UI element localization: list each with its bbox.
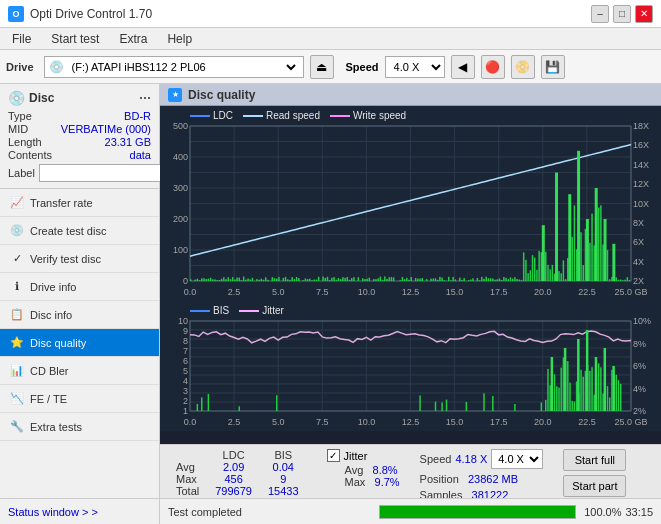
toolbar-btn-2[interactable]: 🔴	[481, 55, 505, 79]
max-ldc: 456	[207, 473, 260, 485]
menu-extra[interactable]: Extra	[111, 30, 155, 48]
disc-expand-icon[interactable]: ⋯	[139, 91, 151, 105]
nav-disc-info[interactable]: 📋 Disc info	[0, 301, 159, 329]
type-key: Type	[8, 110, 52, 122]
fe-te-icon: 📉	[10, 392, 24, 406]
nav-disc-info-label: Disc info	[30, 309, 72, 321]
jitter-section: ✓ Jitter Avg 8.8% Max 9.7%	[327, 449, 400, 488]
jitter-avg-label: Avg	[345, 464, 364, 476]
nav-disc-quality-label: Disc quality	[30, 337, 86, 349]
nav-transfer-rate[interactable]: 📈 Transfer rate	[0, 189, 159, 217]
jitter-checkbox[interactable]: ✓	[327, 449, 340, 462]
mid-val: VERBATIMe (000)	[56, 123, 151, 135]
charts-area: LDC Read speed Write speed	[160, 106, 661, 444]
chart-title: Disc quality	[188, 88, 255, 102]
drive-selector[interactable]: (F:) ATAPI iHBS112 2 PL06	[68, 60, 299, 74]
extra-tests-icon: 🔧	[10, 420, 24, 434]
legend-ldc: LDC	[190, 110, 233, 121]
ldc-bis-table: LDC BIS Avg 2.09 0.04 Max 456 9	[168, 449, 307, 497]
toolbar-btn-3[interactable]: 📀	[511, 55, 535, 79]
toolbar-btn-4[interactable]: 💾	[541, 55, 565, 79]
speed-position-section: Speed 4.18 X 4.0 X Position 23862 MB Sam…	[420, 449, 544, 501]
nav-disc-quality[interactable]: ⭐ Disc quality	[0, 329, 159, 357]
nav-verify-test-disc-label: Verify test disc	[30, 253, 101, 265]
disc-section-title: Disc	[29, 91, 54, 105]
jitter-label: Jitter	[344, 450, 368, 462]
position-val: 23862 MB	[468, 473, 518, 485]
menu-start-test[interactable]: Start test	[43, 30, 107, 48]
nav-create-test-disc-label: Create test disc	[30, 225, 106, 237]
chart-header: ★ Disc quality	[160, 84, 661, 106]
drive-icon: 💿	[49, 60, 64, 74]
disc-icon: 💿	[8, 90, 25, 106]
status-window-button[interactable]: Status window > >	[0, 499, 160, 525]
start-part-button[interactable]: Start part	[563, 475, 626, 497]
status-text: Test completed	[160, 506, 371, 518]
left-panel: 💿 Disc ⋯ Type BD-R MID VERBATIMe (000) L…	[0, 84, 160, 524]
length-key: Length	[8, 136, 52, 148]
bis-color	[190, 310, 210, 312]
bottom-chart: BIS Jitter	[160, 301, 661, 444]
jitter-max-val: 9.7%	[375, 476, 400, 488]
verify-test-disc-icon: ✓	[10, 252, 24, 266]
menu-file[interactable]: File	[4, 30, 39, 48]
mid-key: MID	[8, 123, 52, 135]
start-full-button[interactable]: Start full	[563, 449, 626, 471]
maximize-button[interactable]: □	[613, 5, 631, 23]
drive-info-icon: ℹ	[10, 280, 24, 294]
create-test-disc-icon: 💿	[10, 224, 24, 238]
disc-section: 💿 Disc ⋯ Type BD-R MID VERBATIMe (000) L…	[0, 84, 159, 189]
nav-verify-test-disc[interactable]: ✓ Verify test disc	[0, 245, 159, 273]
top-legend: LDC Read speed Write speed	[190, 110, 406, 121]
position-row: Position 23862 MB	[420, 473, 544, 485]
toolbar: Drive 💿 (F:) ATAPI iHBS112 2 PL06 ⏏ Spee…	[0, 50, 661, 84]
speed-stat-label: Speed	[420, 453, 452, 465]
app-icon: O	[8, 6, 24, 22]
nav-fe-te[interactable]: 📉 FE / TE	[0, 385, 159, 413]
nav-extra-tests-label: Extra tests	[30, 421, 82, 433]
legend-write-speed: Write speed	[330, 110, 406, 121]
jitter-max-row: Max 9.7%	[345, 476, 400, 488]
label-key: Label	[8, 167, 35, 179]
speed-stat-select[interactable]: 4.0 X	[491, 449, 543, 469]
jitter-max-label: Max	[345, 476, 366, 488]
menubar: File Start test Extra Help	[0, 28, 661, 50]
nav-list: 📈 Transfer rate 💿 Create test disc ✓ Ver…	[0, 189, 159, 441]
total-ldc: 799679	[207, 485, 260, 497]
toolbar-btn-1[interactable]: ◀	[451, 55, 475, 79]
menu-help[interactable]: Help	[159, 30, 200, 48]
nav-fe-te-label: FE / TE	[30, 393, 67, 405]
legend-read-speed: Read speed	[243, 110, 320, 121]
app-title: Opti Drive Control 1.70	[30, 7, 152, 21]
drive-label: Drive	[6, 61, 34, 73]
nav-extra-tests[interactable]: 🔧 Extra tests	[0, 413, 159, 441]
bis-col-header: BIS	[260, 449, 307, 461]
eject-button[interactable]: ⏏	[310, 55, 334, 79]
speed-stat-val: 4.18 X	[455, 453, 487, 465]
right-panel: ★ Disc quality LDC Read	[160, 84, 661, 524]
avg-bis: 0.04	[260, 461, 307, 473]
jitter-color	[239, 310, 259, 312]
cd-bler-icon: 📊	[10, 364, 24, 378]
status-bar: Status window > > Test completed 100.0% …	[0, 498, 661, 524]
nav-create-test-disc[interactable]: 💿 Create test disc	[0, 217, 159, 245]
nav-cd-bler[interactable]: 📊 CD Bler	[0, 357, 159, 385]
contents-key: Contents	[8, 149, 52, 161]
time-display: 33:15	[625, 506, 653, 518]
progress-label: 100.0%	[584, 506, 621, 518]
minimize-button[interactable]: –	[591, 5, 609, 23]
window-controls: – □ ✕	[591, 5, 653, 23]
close-button[interactable]: ✕	[635, 5, 653, 23]
label-input[interactable]	[39, 164, 172, 182]
legend-bis: BIS	[190, 305, 229, 316]
nav-drive-info[interactable]: ℹ Drive info	[0, 273, 159, 301]
total-bis: 15433	[260, 485, 307, 497]
action-buttons: Start full Start part	[563, 449, 626, 497]
speed-selector[interactable]: 4.0 X	[385, 56, 445, 78]
max-row: Max 456 9	[168, 473, 307, 485]
top-chart: LDC Read speed Write speed	[160, 106, 661, 301]
total-row: Total 799679 15433	[168, 485, 307, 497]
max-bis: 9	[260, 473, 307, 485]
write-speed-color	[330, 115, 350, 117]
bottom-legend: BIS Jitter	[190, 305, 284, 316]
